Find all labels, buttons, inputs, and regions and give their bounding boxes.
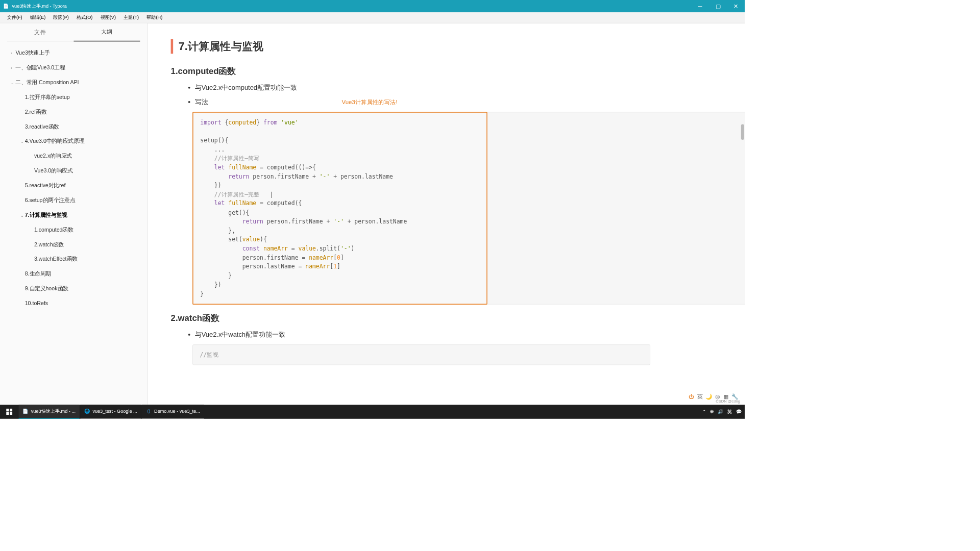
outline-item-label: 3.reactive函数 [25, 123, 59, 131]
taskbar-item-typora[interactable]: 📄vue3快速上手.md - ... [18, 405, 79, 418]
outline-item-label: 2.watch函数 [34, 241, 64, 248]
windows-icon [6, 409, 12, 415]
chevron-icon: ⌄ [20, 213, 25, 217]
tray-notification-icon[interactable]: 💬 [736, 409, 742, 415]
annotation-text: Vue3计算属性的写法! [341, 98, 397, 105]
outline-item[interactable]: 3.watchEffect函数 [0, 252, 147, 267]
minimize-button[interactable]: ─ [691, 0, 709, 12]
moon-icon[interactable]: 🌙 [705, 393, 712, 399]
outline-item[interactable]: 2.ref函数 [0, 105, 147, 119]
outline-item[interactable]: 1.拉开序幕的setup [0, 90, 147, 105]
target-icon[interactable]: ◎ [715, 393, 720, 399]
tray-volume-icon[interactable]: 🔊 [718, 409, 723, 415]
title-bar: 📄 vue3快速上手.md - Typora ─ ▢ ✕ [0, 0, 745, 12]
outline-item[interactable]: ›Vue3快速上手 [0, 46, 147, 61]
outline-item-label: 6.setup的两个注意点 [25, 197, 76, 204]
outline-item[interactable]: 9.自定义hook函数 [0, 282, 147, 296]
vscode-icon: ⟨⟩ [145, 408, 152, 414]
tray-ime[interactable]: 英 [727, 409, 732, 415]
code-block-computed[interactable]: import {computed} from 'vue' setup(){ ..… [192, 112, 722, 305]
outline-item-label: 1.拉开序幕的setup [25, 94, 70, 101]
outline-item-label: 3.watchEffect函数 [34, 256, 78, 263]
window-title: vue3快速上手.md - Typora [12, 3, 692, 10]
heading-section: 7.计算属性与监视 [170, 39, 721, 54]
outline-item-label: 9.自定义hook函数 [25, 285, 68, 292]
editor-content[interactable]: 7.计算属性与监视 1.computed函数 与Vue2.x中computed配… [148, 23, 745, 405]
taskbar-item-label: Demo.vue - vue3_te... [154, 409, 200, 414]
outline-item[interactable]: vue2.x的响应式 [0, 149, 147, 164]
svg-rect-1 [10, 409, 12, 411]
list-item: 与Vue2.x中computed配置功能一致 [195, 83, 722, 92]
close-button[interactable]: ✕ [727, 0, 745, 12]
scrollbar-thumb[interactable] [741, 124, 744, 139]
menu-bar: 文件(F) 编辑(E) 段落(P) 格式(O) 视图(V) 主题(T) 帮助(H… [0, 12, 745, 23]
outline-item-label: Vue3.0的响应式 [34, 167, 73, 174]
menu-view[interactable]: 视图(V) [96, 13, 120, 22]
menu-theme[interactable]: 主题(T) [120, 13, 143, 22]
taskbar: 📄vue3快速上手.md - ... 🌐vue3_test - Google .… [0, 405, 745, 418]
chevron-icon: ⌄ [11, 81, 15, 85]
outline-item[interactable]: 3.reactive函数 [0, 119, 147, 134]
list-item: 与Vue2.x中watch配置功能一致 [195, 330, 722, 339]
grid-icon[interactable]: ▦ [723, 393, 728, 399]
menu-format[interactable]: 格式(O) [72, 13, 96, 22]
outline-item-label: vue2.x的响应式 [34, 153, 72, 160]
svg-rect-3 [10, 412, 12, 415]
outline-item[interactable]: Vue3.0的响应式 [0, 164, 147, 179]
power-icon[interactable]: ⏻ [689, 393, 694, 399]
taskbar-item-vscode[interactable]: ⟨⟩Demo.vue - vue3_te... [142, 405, 204, 418]
outline-item-label: 二、常用 Composition API [15, 79, 79, 86]
outline-item-label: 8.生命周期 [25, 270, 51, 278]
code-block-watch[interactable]: //监视 [192, 344, 650, 365]
tray-chevron-icon[interactable]: ⌃ [702, 409, 706, 415]
heading-watch: 2.watch函数 [170, 312, 721, 324]
list-item: 写法 Vue3计算属性的写法! [195, 97, 722, 106]
chevron-icon: › [11, 51, 15, 55]
status-tool-tray: ⏻ 英 🌙 ◎ ▦ 🔧 [685, 392, 741, 402]
taskbar-item-label: vue3快速上手.md - ... [31, 408, 76, 415]
outline-item-label: 2.ref函数 [25, 109, 47, 116]
sidebar: 文件 大纲 ›Vue3快速上手›一、创建Vue3.0工程⌄二、常用 Compos… [0, 23, 148, 405]
outline-item[interactable]: ⌄二、常用 Composition API [0, 75, 147, 90]
outline-item-label: 1.computed函数 [34, 227, 74, 234]
tray-flower-icon[interactable]: ❋ [710, 409, 714, 415]
outline-item[interactable]: 6.setup的两个注意点 [0, 193, 147, 208]
outline-item[interactable]: 8.生命周期 [0, 267, 147, 282]
app-icon: 📄 [3, 4, 9, 9]
outline-item-label: 7.计算属性与监视 [25, 212, 67, 219]
outline-item-label: 10.toRefs [25, 300, 48, 306]
maximize-button[interactable]: ▢ [709, 0, 727, 12]
chevron-icon: ⌄ [20, 139, 25, 143]
typora-icon: 📄 [22, 408, 29, 414]
outline-tree: ›Vue3快速上手›一、创建Vue3.0工程⌄二、常用 Composition … [0, 42, 147, 405]
menu-file[interactable]: 文件(F) [3, 13, 26, 22]
outline-item-label: Vue3快速上手 [15, 49, 50, 57]
menu-help[interactable]: 帮助(H) [143, 13, 166, 22]
wrench-icon[interactable]: 🔧 [731, 393, 738, 399]
outline-item-label: 4.Vue3.0中的响应式原理 [25, 138, 85, 145]
outline-item[interactable]: 10.toRefs [0, 296, 147, 310]
outline-item[interactable]: ⌄4.Vue3.0中的响应式原理 [0, 134, 147, 149]
sidebar-tab-outline[interactable]: 大纲 [74, 23, 140, 42]
outline-item[interactable]: ›一、创建Vue3.0工程 [0, 61, 147, 76]
outline-item-label: 一、创建Vue3.0工程 [15, 64, 65, 71]
ime-indicator[interactable]: 英 [697, 393, 703, 400]
chrome-icon: 🌐 [84, 408, 90, 414]
menu-edit[interactable]: 编辑(E) [26, 13, 50, 22]
outline-item-label: 5.reactive对比ref [25, 182, 66, 189]
svg-rect-0 [6, 409, 9, 411]
outline-item[interactable]: ⌄7.计算属性与监视 [0, 208, 147, 222]
system-tray: ⌃ ❋ 🔊 英 💬 [702, 409, 745, 415]
outline-item[interactable]: 1.computed函数 [0, 222, 147, 237]
outline-item[interactable]: 2.watch函数 [0, 237, 147, 252]
list-item-label: 写法 [195, 98, 208, 105]
scrollbar[interactable] [740, 23, 745, 405]
sidebar-tab-files[interactable]: 文件 [7, 23, 74, 42]
start-button[interactable] [0, 405, 18, 418]
taskbar-item-chrome[interactable]: 🌐vue3_test - Google ... [80, 405, 141, 418]
chevron-icon: › [11, 66, 15, 70]
heading-computed: 1.computed函数 [170, 65, 721, 77]
outline-item[interactable]: 5.reactive对比ref [0, 179, 147, 193]
menu-paragraph[interactable]: 段落(P) [50, 13, 73, 22]
svg-rect-2 [6, 412, 9, 415]
